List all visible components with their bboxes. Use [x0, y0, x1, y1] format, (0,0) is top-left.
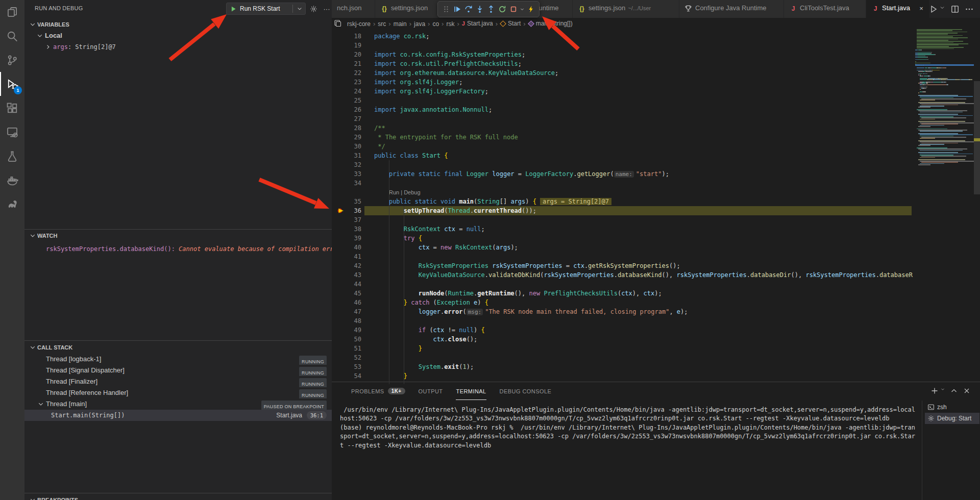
views-more-actions-icon[interactable]: ··· [322, 4, 331, 13]
call-stack-thread-3[interactable]: Thread [Finalizer]RUNNING [24, 376, 332, 387]
debug-settings-gear-icon[interactable] [309, 4, 318, 13]
activity-bar-item-testing[interactable] [0, 144, 24, 168]
code-line-41[interactable]: 41 [332, 252, 914, 261]
panel-tab-output[interactable]: OUTPUT [419, 382, 443, 400]
line-number[interactable]: 41 [332, 252, 361, 261]
tab-clitoolstest-java[interactable]: JCliToolsTest.java [784, 0, 866, 18]
watch-section-header[interactable]: WATCH [24, 230, 332, 241]
call-stack-thread-2[interactable]: Thread [Signal Dispatcher]RUNNING [24, 365, 332, 376]
breadcrumb-item-main[interactable]: main [394, 20, 407, 28]
panel-tab-debug-console[interactable]: DEBUG CONSOLE [500, 382, 552, 400]
call-stack-thread-1[interactable]: Thread [logback-1]RUNNING [24, 354, 332, 365]
new-terminal-icon[interactable] [930, 387, 939, 395]
code-line-34[interactable]: 34 [332, 179, 914, 188]
breadcrumb-method[interactable]: main(String[]) [536, 20, 573, 27]
code-line-24[interactable]: 24import org.slf4j.LoggerFactory; [332, 87, 914, 96]
stop-button[interactable] [508, 3, 519, 15]
line-number[interactable]: 34 [332, 179, 361, 188]
breadcrumb-item-co[interactable]: co [432, 20, 439, 28]
line-number[interactable]: 43 [332, 270, 361, 280]
hot-code-replace-button[interactable] [525, 3, 536, 15]
breadcrumb-item-rsk[interactable]: rsk [446, 20, 454, 28]
code-line-46[interactable]: 46 } catch (Exception e) { [332, 298, 914, 307]
code-line-31[interactable]: 31public class Start { [332, 151, 914, 160]
breakpoints-section-header[interactable]: BREAKPOINTS [24, 494, 332, 500]
line-number[interactable]: 42 [332, 261, 361, 270]
code-line-26[interactable]: 26import javax.annotation.Nonnull; [332, 105, 914, 114]
terminal-session-zsh[interactable]: zsh [925, 402, 979, 413]
tab-settings-json[interactable]: {}settings.json~/.../User [573, 0, 679, 18]
line-number[interactable]: 30 [332, 142, 361, 151]
line-number[interactable]: 39 [332, 234, 361, 243]
breadcrumb-item-src[interactable]: src [378, 20, 386, 28]
step-into-button[interactable] [474, 3, 485, 15]
line-number[interactable]: 40 [332, 243, 361, 252]
line-number[interactable]: 38 [332, 224, 361, 234]
stack-frame-start-main[interactable]: Start.main(String[]) Start.java 36:1 [24, 410, 332, 421]
code-line-22[interactable]: 22import org.ethereum.datasource.KeyValu… [332, 68, 914, 78]
code-line-43[interactable]: 43 KeyValueDataSource.validateDbKind(rsk… [332, 270, 914, 280]
code-line-29[interactable]: 29 * The entrypoint for the RSK full nod… [332, 133, 914, 142]
code-line-37[interactable]: 37 [332, 215, 914, 224]
line-number[interactable]: 20 [332, 50, 361, 59]
code-line-54[interactable]: 54 } [332, 371, 914, 381]
line-number[interactable]: 44 [332, 280, 361, 289]
code-line-18[interactable]: 18package co.rsk; [332, 32, 914, 41]
line-number[interactable]: 23 [332, 78, 361, 87]
minimap[interactable] [915, 29, 974, 182]
line-number[interactable]: 26 [332, 105, 361, 114]
line-number[interactable]: 29 [332, 133, 361, 142]
tab-nch-json[interactable]: nch.json [332, 0, 375, 18]
run-configuration-button[interactable]: Run RSK Start [226, 3, 306, 15]
code-line-44[interactable]: 44 [332, 280, 914, 289]
breakpoint-current-line-icon[interactable] [336, 207, 345, 215]
line-number[interactable]: 46 [332, 298, 361, 307]
variable-args[interactable]: args: String[2]@7 [24, 41, 332, 53]
code-line-35[interactable]: 35 public static void main(String[] args… [332, 197, 914, 206]
close-panel-icon[interactable] [963, 387, 971, 395]
line-number[interactable]: 54 [332, 371, 361, 381]
code-line-48[interactable]: 48 [332, 316, 914, 326]
code-line-45[interactable]: 45 runNode(Runtime.getRuntime(), new Pre… [332, 289, 914, 298]
tab-start-java[interactable]: JStart.java× [866, 0, 930, 18]
line-number[interactable]: 31 [332, 151, 361, 160]
stop-menu-chevron-button[interactable] [519, 3, 525, 15]
tab-configure-java-runtime[interactable]: Configure Java Runtime [679, 0, 784, 18]
line-number[interactable]: 18 [332, 32, 361, 41]
line-number[interactable]: 28 [332, 123, 361, 133]
editor-scrollbar[interactable] [974, 29, 980, 382]
continue-button[interactable] [452, 3, 463, 15]
line-number[interactable]: 37 [332, 215, 361, 224]
code-line-50[interactable]: 50 ctx.close(); [332, 335, 914, 344]
more-actions-icon[interactable] [965, 5, 974, 14]
code-line-27[interactable]: 27 [332, 114, 914, 123]
code-line-23[interactable]: 23import org.slf4j.Logger; [332, 78, 914, 87]
code-line-32[interactable]: 32 [332, 160, 914, 169]
split-editor-icon[interactable] [950, 5, 960, 14]
line-number[interactable]: 51 [332, 344, 361, 353]
activity-bar-item-search[interactable] [0, 24, 24, 48]
line-number[interactable]: 32 [332, 160, 361, 169]
line-number[interactable]: 25 [332, 96, 361, 105]
code-line-36[interactable]: 36 setUpThread(Thread.currentThread()); [332, 206, 914, 215]
call-stack-thread-4[interactable]: Thread [Reference Handler]RUNNING [24, 387, 332, 398]
code-line-20[interactable]: 20import co.rsk.config.RskSystemProperti… [332, 50, 914, 59]
line-number[interactable]: 50 [332, 335, 361, 344]
code-line-19[interactable]: 19 [332, 41, 914, 50]
breadcrumb-lead-icon[interactable] [334, 19, 342, 28]
line-number[interactable]: 53 [332, 362, 361, 371]
close-tab-icon[interactable]: × [917, 4, 926, 13]
terminal-session-debug-start[interactable]: Debug: Start [925, 413, 979, 424]
activity-bar-item-explorer[interactable] [0, 0, 24, 24]
code-line-49[interactable]: 49 if (ctx != null) { [332, 326, 914, 335]
code-line-42[interactable]: 42 RskSystemProperties rskSystemProperti… [332, 261, 914, 270]
line-number[interactable]: 49 [332, 326, 361, 335]
panel-tab-problems[interactable]: PROBLEMS1K+ [351, 382, 405, 400]
call-stack-section-header[interactable]: CALL STACK [24, 342, 332, 353]
run-or-debug-icon[interactable] [929, 5, 938, 14]
code-line-33[interactable]: 33 private static final Logger logger = … [332, 169, 914, 179]
line-number[interactable]: 27 [332, 114, 361, 123]
code-line-30[interactable]: 30 */ [332, 142, 914, 151]
call-stack-thread-5[interactable]: Thread [main]PAUSED ON BREAKPOINT [24, 398, 332, 410]
panel-tab-terminal[interactable]: TERMINAL [456, 382, 486, 400]
